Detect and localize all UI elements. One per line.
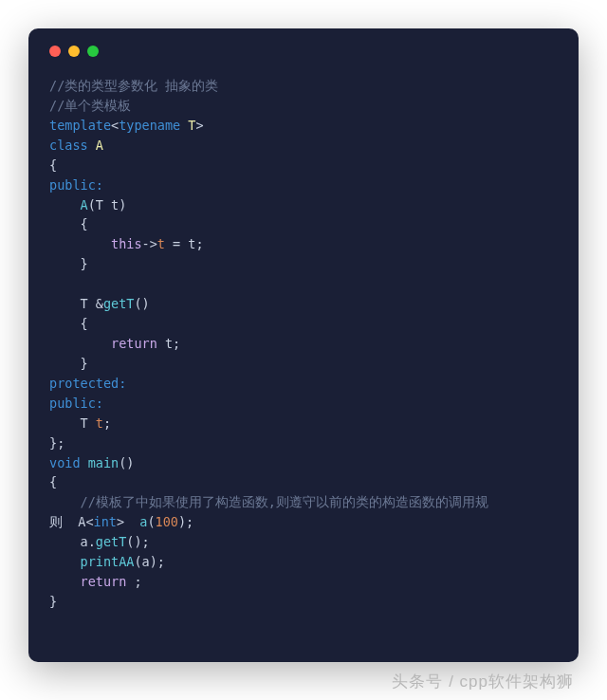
- code-text: T &: [49, 296, 103, 311]
- code-comment: //类的类型参数化 抽象的类: [49, 78, 218, 93]
- code-op: ->: [142, 236, 157, 251]
- code-indent: [49, 554, 81, 569]
- code-params: (): [119, 455, 134, 470]
- code-func: A: [81, 197, 88, 212]
- code-keyword: public:: [49, 396, 103, 411]
- code-brace: {: [49, 216, 88, 231]
- code-brace: }: [49, 256, 88, 271]
- code-text: );: [178, 514, 193, 529]
- code-text: ;: [126, 574, 141, 589]
- code-keyword: public:: [49, 177, 103, 193]
- code-type: A: [88, 138, 103, 153]
- code-brace: }: [49, 594, 57, 609]
- code-brace: {: [49, 474, 57, 489]
- code-prop: t: [157, 236, 165, 251]
- code-op: <: [111, 118, 119, 133]
- code-text: 则 A<: [49, 514, 94, 529]
- code-keyword: return: [111, 336, 157, 351]
- code-keyword: template: [49, 118, 111, 133]
- code-text: >: [117, 514, 139, 529]
- code-brace: };: [49, 435, 64, 451]
- code-indent: [49, 236, 111, 251]
- code-text: a.: [49, 534, 96, 549]
- code-params: (): [134, 296, 149, 311]
- code-func: printAA: [81, 554, 135, 569]
- code-brace: }: [49, 356, 88, 371]
- maximize-icon[interactable]: [87, 46, 99, 57]
- close-icon[interactable]: [49, 46, 61, 57]
- code-text: = t;: [165, 236, 204, 251]
- code-comment: //模板了中如果使用了构造函数,则遵守以前的类的构造函数的调用规: [49, 494, 488, 509]
- code-keyword: typename: [119, 118, 180, 133]
- code-params: (T t): [88, 197, 127, 212]
- code-keyword: this: [111, 236, 142, 251]
- code-func: getT: [96, 534, 127, 549]
- code-text: ();: [126, 534, 149, 549]
- code-text: (a);: [134, 554, 165, 569]
- code-func: main: [88, 455, 120, 470]
- minimize-icon[interactable]: [68, 46, 80, 57]
- code-block: //类的类型参数化 抽象的类 //单个类模板 template<typename…: [49, 76, 558, 612]
- code-brace: {: [49, 157, 57, 173]
- code-keyword: void: [49, 455, 81, 470]
- code-text: T: [49, 415, 96, 431]
- code-indent: [49, 574, 81, 589]
- code-number: 100: [156, 514, 178, 529]
- code-func: getT: [103, 296, 135, 311]
- code-text: t;: [157, 336, 180, 351]
- code-indent: [49, 336, 111, 351]
- code-prop: t: [96, 415, 103, 431]
- code-text: (: [147, 514, 155, 529]
- code-keyword: return: [81, 574, 127, 589]
- code-text: ;: [103, 415, 111, 431]
- code-comment: //单个类模板: [49, 98, 131, 113]
- code-window: //类的类型参数化 抽象的类 //单个类模板 template<typename…: [28, 28, 579, 662]
- code-op: >: [195, 118, 203, 133]
- code-type: T: [180, 118, 195, 133]
- code-indent: [49, 197, 81, 212]
- window-controls: [49, 46, 558, 57]
- code-keyword: protected:: [49, 376, 126, 391]
- code-brace: {: [49, 316, 88, 331]
- code-keyword: class: [49, 138, 88, 153]
- watermark-text: 头条号 / cpp软件架构狮: [392, 671, 574, 692]
- code-text: [81, 455, 88, 470]
- code-keyword: int: [94, 514, 117, 529]
